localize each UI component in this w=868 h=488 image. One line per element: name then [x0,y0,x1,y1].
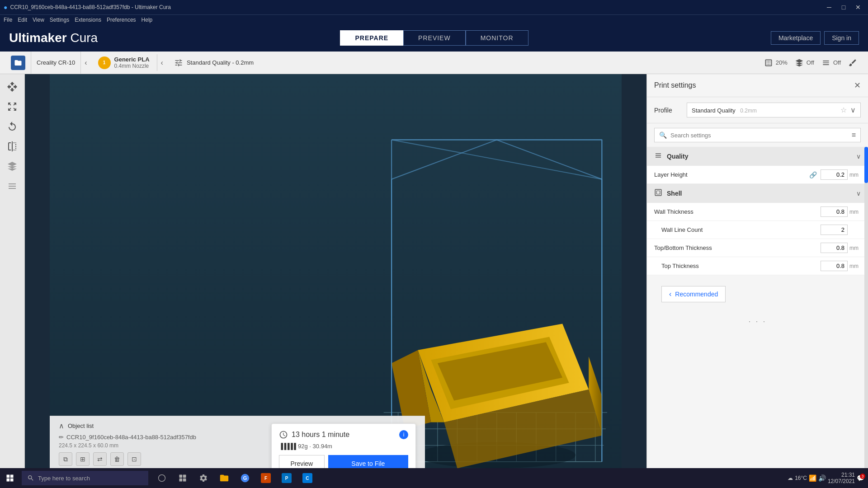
panel-header: Print settings ✕ [647,74,868,97]
taskbar-app2[interactable]: P [277,468,297,488]
more-button[interactable]: ⊡ [127,452,141,466]
taskbar-search[interactable]: Type here to search [22,471,148,485]
top-bottom-thickness-input[interactable] [821,243,848,253]
app-logo: Ultimaker Cura [9,31,98,45]
nav-monitor[interactable]: MONITOR [466,30,528,46]
title-bar: ● CCR10_9f160ceb-848a-4413-ba88-512adf35… [0,0,868,14]
time-row: 13 hours 1 minute i [279,430,408,439]
profile-name: Standard Quality [692,107,736,114]
taskbar-weather-icon: ☁ [788,475,793,481]
wall-line-count-input[interactable] [821,225,848,235]
menu-view[interactable]: View [33,17,44,23]
quality-section-header[interactable]: Quality ∨ [647,147,868,166]
material-prev-arrow[interactable]: ‹ [157,59,167,67]
layer-height-unit: mm [849,172,861,178]
taskbar-search-text: Type here to search [38,475,90,482]
svg-point-36 [159,475,165,482]
layer-height-input[interactable] [821,169,848,180]
minimize-button[interactable]: ─ [823,2,835,12]
menu-edit[interactable]: Edit [18,17,27,23]
taskbar-app1[interactable]: F [256,468,276,488]
taskbar-notification-icon[interactable]: 💬3 [857,474,864,482]
svg-rect-37 [179,475,183,478]
folder-icon [11,56,25,70]
sidebar-tool-support[interactable] [3,157,21,175]
arrange-button[interactable]: ⊞ [76,452,90,466]
time-value: 13 hours 1 minute [279,430,349,439]
profile-dropdown-icon[interactable]: ∨ [850,106,856,114]
recommended-button[interactable]: ‹ Recommended [661,286,726,302]
close-panel-button[interactable]: ✕ [854,80,861,90]
sidebar-tool-seam[interactable] [3,177,21,195]
scroll-thumb[interactable] [864,147,868,183]
menu-help[interactable]: Help [142,17,153,23]
profile-select[interactable]: Standard Quality 0.2mm ☆ ∨ [687,103,861,117]
more-dots[interactable]: · · · [647,313,868,330]
filter-icon[interactable]: ≡ [852,131,856,139]
menu-preferences[interactable]: Preferences [107,17,136,23]
object-list-title: Object list [68,422,94,429]
material-selector[interactable]: 1 Generic PLA 0.4mm Nozzle [91,54,157,71]
taskbar-clock[interactable]: 21:31 12/07/2021 [828,472,855,484]
top-bottom-thickness-label: Top/Bottom Thickness [654,244,821,251]
wall-line-count-row: Wall Line Count [647,221,868,239]
wall-thickness-input[interactable] [821,206,848,217]
search-input[interactable] [670,132,848,139]
printer-prev-arrow[interactable]: ‹ [81,59,90,67]
support-group[interactable]: Off [795,58,814,67]
delete-button[interactable]: 🗑 [110,452,124,466]
quality-chevron-icon: ∨ [856,153,861,160]
menu-settings[interactable]: Settings [50,17,69,23]
svg-rect-38 [183,475,186,478]
taskbar-app3[interactable]: C [297,468,317,488]
header-nav: PREPARE PREVIEW MONITOR [340,30,528,46]
top-bottom-thickness-unit: mm [849,245,861,251]
scrollbar[interactable] [864,147,868,488]
maximize-button[interactable]: □ [837,2,850,12]
marketplace-button[interactable]: Marketplace [771,31,821,45]
window-title: CCR10_9f160ceb-848a-4413-ba88-512adf357f… [10,4,171,10]
quality-section-title: Quality [667,153,688,160]
taskbar-search-icon [27,474,34,482]
taskbar-cortana[interactable] [152,468,172,488]
left-sidebar [0,74,25,488]
profile-version: 0.2mm [740,108,757,114]
start-button[interactable] [0,468,20,488]
toolbar-folder[interactable] [5,52,31,74]
taskbar-settings[interactable] [193,468,213,488]
edit-icon[interactable]: ✏ [59,434,64,441]
favorite-icon[interactable]: ☆ [840,106,847,114]
taskbar-browser[interactable]: G [235,468,255,488]
taskbar-task-view[interactable] [173,468,193,488]
print-time: 13 hours 1 minute [292,431,349,439]
sidebar-tool-move[interactable] [3,78,21,96]
close-button[interactable]: ✕ [852,2,864,12]
layer-height-link-icon[interactable]: 🔗 [809,171,817,178]
sidebar-tool-scale[interactable] [3,98,21,116]
info-icon[interactable]: i [399,430,408,439]
profile-row: Profile Standard Quality 0.2mm ☆ ∨ [647,97,868,123]
section-header-left: Quality [654,151,688,161]
paint-group[interactable] [848,58,857,67]
collapse-icon[interactable]: ∧ [59,422,64,430]
top-thickness-input[interactable] [821,261,848,271]
shell-section-header[interactable]: Shell ∨ [647,184,868,203]
sidebar-tool-rotate[interactable] [3,117,21,136]
infill-group[interactable]: 20% [764,58,788,67]
viewport[interactable]: ∧ Object list ✏ CCR10_9f160ceb-848a-4413… [25,74,646,488]
printer-selector[interactable]: Creality CR-10 [31,52,81,74]
signin-button[interactable]: Sign in [824,31,859,45]
sidebar-tool-mirror[interactable] [3,137,21,155]
quality-selector[interactable]: Standard Quality - 0.2mm [167,56,759,69]
quality-section-icon [654,151,662,161]
nav-prepare[interactable]: PREPARE [340,30,403,46]
taskbar-file-explorer[interactable] [214,468,234,488]
nav-preview[interactable]: PREVIEW [403,30,466,46]
flip-button[interactable]: ⇄ [93,452,107,466]
duplicate-button[interactable]: ⧉ [59,452,72,466]
filament-info: ▐▐▐▐▐ 92g · 30.94m [279,443,408,450]
menu-file[interactable]: File [4,17,12,23]
adhesion-group[interactable]: Off [821,58,841,67]
shell-section-left: Shell [654,188,682,198]
menu-extensions[interactable]: Extensions [75,17,101,23]
